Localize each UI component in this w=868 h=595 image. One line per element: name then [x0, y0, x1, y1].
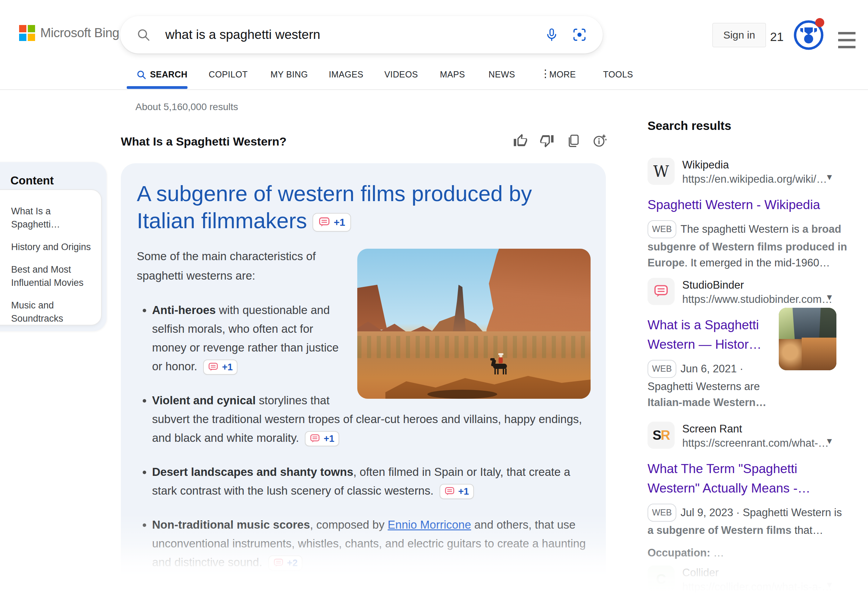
thumbs-down-icon[interactable]	[540, 133, 554, 148]
chevron-down-icon[interactable]: ▼	[825, 293, 834, 302]
result-thumbnail[interactable]	[779, 308, 836, 370]
answer-card: A subgenre of western films produced by …	[121, 163, 606, 595]
sign-in-button[interactable]: Sign in	[713, 23, 766, 47]
thumbs-up-icon[interactable]	[513, 133, 528, 148]
site-url[interactable]: https://screenrant.com/what-…	[682, 436, 829, 450]
result-title-link[interactable]: What The Term "Spaghetti Western" Actual…	[648, 459, 849, 498]
tab-search[interactable]: SEARCH	[150, 70, 187, 80]
content-rail-title: Content	[10, 174, 54, 187]
result-studiobinder: StudioBinder https://www.studiobinder.co…	[648, 278, 849, 411]
chevron-down-icon[interactable]: ▼	[825, 436, 834, 446]
site-name[interactable]: Collider	[682, 565, 832, 580]
citation-badge[interactable]: +2	[269, 555, 303, 571]
tab-news[interactable]: NEWS	[489, 70, 515, 80]
content-link-movies[interactable]: Best and Most Influential Movies	[11, 263, 97, 289]
result-collider: C Collider https://collider.com/what-is-…	[648, 565, 849, 594]
studiobinder-bubble-icon	[444, 486, 455, 497]
results-count: About 5,160,000 results	[136, 101, 238, 112]
studiobinder-bubble-icon	[310, 434, 320, 444]
citation-badge[interactable]: +1	[313, 213, 351, 232]
result-screenrant: SR Screen Rant https://screenrant.com/wh…	[648, 422, 849, 559]
tab-videos[interactable]: VIDEOS	[384, 70, 418, 80]
tab-copilot[interactable]: COPILOT	[209, 70, 248, 80]
site-url[interactable]: https://en.wikipedia.org/wiki/…	[682, 172, 827, 186]
site-name[interactable]: StudioBinder	[682, 278, 832, 292]
ai-info-icon[interactable]	[592, 133, 607, 148]
tab-images[interactable]: IMAGES	[329, 70, 363, 80]
tab-tools[interactable]: TOOLS	[603, 70, 633, 80]
microphone-icon[interactable]	[545, 27, 559, 42]
result-source-row[interactable]: StudioBinder https://www.studiobinder.co…	[648, 278, 849, 306]
content-rail: Content What Is a Spaghetti… History and…	[0, 162, 106, 331]
web-badge: WEB	[648, 360, 676, 378]
page-title: What Is a Spaghetti Western?	[121, 135, 286, 148]
result-title-link[interactable]: Spaghetti Western - Wikipedia	[648, 195, 849, 215]
result-source-row[interactable]: C Collider https://collider.com/what-is-…	[648, 565, 849, 594]
result-wikipedia: W Wikipedia https://en.wikipedia.org/wik…	[648, 158, 849, 271]
result-source-row[interactable]: W Wikipedia https://en.wikipedia.org/wik…	[648, 158, 849, 186]
citation-badge[interactable]: +1	[203, 360, 238, 375]
answer-body: Some of the main characteristics of spag…	[137, 247, 590, 595]
studiobinder-bubble-icon	[273, 558, 283, 568]
wikipedia-favicon: W	[648, 158, 675, 185]
visual-search-camera-icon[interactable]	[572, 27, 587, 42]
rewards-points-count[interactable]: 21	[770, 30, 784, 44]
content-rail-links: What Is a Spaghetti… History and Origins…	[0, 189, 102, 326]
microsoft-logo-icon	[19, 25, 35, 41]
chevron-down-icon[interactable]: ▼	[825, 172, 834, 182]
bing-logo[interactable]: Microsoft Bing	[19, 25, 119, 41]
tab-my-bing[interactable]: MY BING	[270, 70, 308, 80]
result-snippet: WEBJul 9, 2023 · Spaghetti Western is a …	[648, 504, 849, 539]
citation-badge[interactable]: +1	[305, 431, 339, 446]
content-link-what-is[interactable]: What Is a Spaghetti…	[11, 204, 97, 231]
search-results-sidebar: Search results W Wikipedia https://en.wi…	[648, 119, 849, 595]
tab-maps[interactable]: MAPS	[440, 70, 465, 80]
link-ennio-morricone[interactable]: Ennio Morricone	[388, 518, 471, 531]
result-source-row[interactable]: SR Screen Rant https://screenrant.com/wh…	[648, 422, 849, 450]
bing-serp-page: Microsoft Bing Sign in 21	[0, 0, 868, 595]
result-snippet: WEBJun 6, 2021 · Spaghetti Westerns are …	[648, 361, 779, 411]
collider-favicon: C	[648, 565, 675, 592]
list-item: Desert landscapes and shanty towns, ofte…	[152, 463, 590, 500]
list-item: Violent and cynical storylines that subv…	[152, 391, 590, 447]
web-badge: WEB	[648, 220, 676, 238]
studiobinder-bubble-icon	[208, 362, 218, 372]
site-name[interactable]: Screen Rant	[682, 422, 829, 436]
search-results-title: Search results	[648, 119, 849, 133]
monument-valley-photo[interactable]	[357, 249, 590, 399]
result-title-link[interactable]: What is a Spaghetti Western — Histor…	[648, 315, 787, 354]
hamburger-menu-icon[interactable]	[838, 32, 856, 48]
web-badge: WEB	[648, 504, 676, 522]
logo-text: Microsoft Bing	[40, 26, 119, 40]
list-item: Non-traditional music scores, composed b…	[152, 515, 590, 572]
answer-title: A subgenre of western films produced by …	[137, 180, 588, 234]
result-attribute-row: Occupation: …	[648, 547, 849, 559]
citation-badge[interactable]: +1	[440, 484, 474, 499]
screenrant-favicon: SR	[648, 422, 675, 449]
active-tab-underline	[127, 86, 187, 89]
studiobinder-favicon	[648, 278, 675, 305]
list-item: Commentary on politics and relations amo…	[152, 587, 590, 595]
nav-divider	[0, 89, 868, 90]
tab-more[interactable]: MORE	[549, 70, 576, 80]
result-snippet: WEBThe spaghetti Western is a broad subg…	[648, 221, 849, 271]
site-url[interactable]: https://collider.com/what-is-a-…	[682, 580, 832, 594]
search-input[interactable]	[165, 27, 531, 42]
horse-rider-silhouette	[490, 357, 511, 375]
search-bar[interactable]	[120, 16, 603, 53]
site-name[interactable]: Wikipedia	[682, 158, 827, 172]
copy-icon[interactable]	[566, 133, 580, 148]
chevron-down-icon[interactable]: ▼	[825, 580, 834, 590]
site-url[interactable]: https://www.studiobinder.com…	[682, 292, 832, 306]
content-link-music[interactable]: Music and Soundtracks	[11, 299, 97, 325]
notification-dot	[815, 18, 824, 27]
search-tab-icon	[136, 70, 146, 80]
answer-actions	[513, 133, 607, 148]
studiobinder-bubble-icon	[318, 216, 330, 228]
search-icon	[136, 27, 151, 42]
content-link-history[interactable]: History and Origins	[11, 240, 97, 253]
